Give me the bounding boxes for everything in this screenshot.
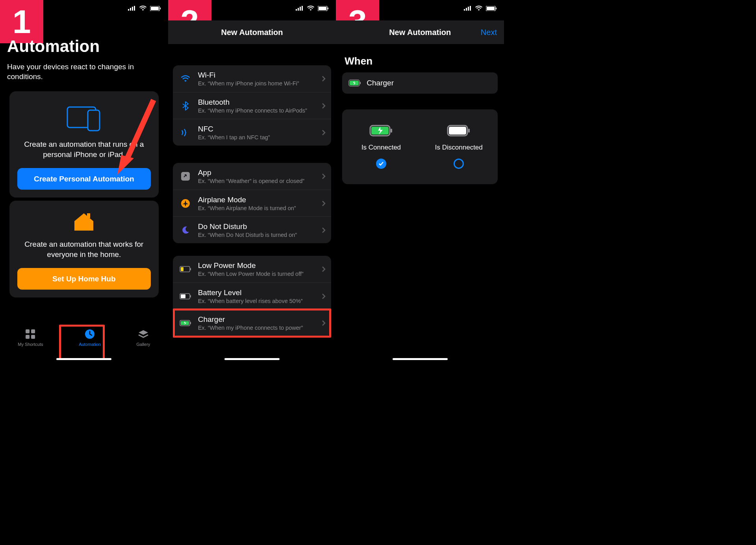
home-indicator[interactable] [224, 358, 280, 360]
svg-rect-6 [160, 7, 161, 9]
svg-rect-3 [134, 6, 135, 11]
chevron-right-icon [322, 103, 326, 109]
battery-icon [318, 6, 329, 11]
card-home-text: Create an automation that works for ever… [17, 239, 151, 259]
radio-unselected-icon [454, 159, 464, 169]
row-app[interactable]: AppEx. “When “Weather” is opened or clos… [173, 163, 332, 190]
svg-rect-13 [31, 329, 35, 333]
trigger-group-apps: AppEx. “When “Weather” is opened or clos… [173, 163, 332, 243]
wifi-icon [178, 75, 193, 82]
chevron-right-icon [322, 293, 326, 299]
airplane-icon [178, 199, 193, 208]
row-do-not-disturb[interactable]: Do Not DisturbEx. “When Do Not Disturb i… [173, 216, 332, 243]
svg-rect-17 [296, 9, 297, 11]
page-subtitle: Have your devices react to changes in co… [7, 62, 159, 81]
tab-my-shortcuts[interactable]: My Shortcuts [18, 329, 43, 347]
svg-rect-1 [130, 8, 131, 11]
option-label: Is Connected [361, 144, 401, 151]
card-home-automation: Create an automation that works for ever… [9, 201, 159, 297]
nfc-icon [178, 129, 193, 137]
create-personal-automation-button[interactable]: Create Personal Automation [17, 168, 151, 190]
row-wifi[interactable]: Wi-FiEx. “When my iPhone joins home Wi-F… [173, 65, 332, 92]
row-airplane-mode[interactable]: Airplane ModeEx. “When Airplane Mode is … [173, 190, 332, 216]
row-battery-level[interactable]: Battery LevelEx. “When battery level ris… [173, 283, 332, 309]
home-indicator[interactable] [393, 358, 448, 360]
row-nfc[interactable]: NFCEx. “When I tap an NFC tag” [173, 119, 332, 146]
svg-rect-35 [464, 9, 465, 11]
svg-rect-28 [190, 268, 191, 270]
chevron-right-icon [322, 266, 326, 272]
svg-rect-0 [128, 9, 129, 11]
svg-rect-20 [302, 6, 303, 11]
tab-label: My Shortcuts [18, 342, 43, 347]
status-bar [296, 6, 329, 11]
panel-2: 2 New Automation Wi-FiEx. “When my iPhon… [168, 0, 336, 363]
battery-charging-icon [369, 125, 393, 137]
trigger-group-connectivity: Wi-FiEx. “When my iPhone joins home Wi-F… [173, 65, 332, 146]
setup-home-hub-button[interactable]: Set Up Home Hub [17, 268, 151, 290]
battery-full-icon [447, 125, 471, 137]
chevron-right-icon [322, 173, 326, 179]
row-subtitle: Ex. “When “Weather” is opened or closed” [198, 178, 322, 184]
row-subtitle: Ex. “When battery level rises above 50%” [198, 298, 322, 304]
svg-rect-8 [88, 110, 100, 131]
option-is-connected[interactable]: Is Connected [342, 109, 420, 184]
row-subtitle: Ex. “When my iPhone joins home Wi-Fi” [198, 80, 322, 87]
svg-rect-50 [468, 129, 470, 133]
battery-level-icon [178, 293, 193, 299]
row-title: App [198, 168, 322, 177]
home-indicator[interactable] [56, 358, 111, 360]
nav-header: New Automation [168, 20, 336, 44]
next-button[interactable]: Next [481, 28, 497, 37]
row-subtitle: Ex. “When I tap an NFC tag” [198, 134, 322, 140]
tab-bar: My Shortcuts Automation Gallery [0, 325, 168, 363]
section-title-when: When [345, 55, 372, 67]
svg-rect-44 [360, 82, 361, 84]
chevron-right-icon [322, 76, 326, 82]
trigger-charger-pill[interactable]: Charger [342, 72, 498, 94]
svg-rect-38 [470, 6, 471, 11]
svg-rect-34 [190, 322, 191, 324]
svg-rect-27 [181, 267, 183, 271]
wifi-icon [139, 6, 147, 11]
trigger-label: Charger [367, 79, 394, 87]
tab-gallery[interactable]: Gallery [136, 329, 150, 347]
card-personal-automation: Create an automation that runs on a pers… [9, 91, 159, 198]
svg-rect-22 [319, 7, 326, 10]
charger-options: Is Connected Is Disconnected [342, 109, 498, 184]
chevron-right-icon [322, 227, 326, 233]
app-icon [178, 172, 193, 181]
trigger-group-power: Low Power ModeEx. “When Low Power Mode i… [173, 256, 332, 336]
row-subtitle: Ex. “When Low Power Mode is turned off” [198, 271, 322, 277]
row-title: Do Not Disturb [198, 222, 322, 231]
svg-rect-31 [190, 295, 191, 297]
chevron-right-icon [322, 129, 326, 136]
bluetooth-icon [178, 101, 193, 111]
svg-rect-36 [466, 8, 467, 11]
row-subtitle: Ex. “When Do Not Disturb is turned on” [198, 232, 322, 238]
nav-header: New Automation Next [336, 20, 504, 44]
row-title: Low Power Mode [198, 261, 322, 270]
battery-icon [486, 6, 497, 11]
svg-rect-37 [468, 7, 469, 11]
option-is-disconnected[interactable]: Is Disconnected [420, 109, 498, 184]
row-subtitle: Ex. “When Airplane Mode is turned on” [198, 205, 322, 211]
panel-1: 1 Automation Have your devices react to … [0, 0, 168, 363]
stack-icon [138, 329, 149, 340]
tab-label: Automation [79, 342, 101, 347]
tab-automation[interactable]: Automation [79, 329, 101, 347]
home-icon [73, 212, 95, 232]
charger-icon [348, 79, 361, 87]
svg-rect-23 [328, 7, 328, 9]
charger-icon [178, 320, 193, 326]
cellular-icon [128, 6, 136, 11]
cellular-icon [296, 6, 304, 11]
nav-title: New Automation [221, 28, 283, 37]
nav-title: New Automation [389, 28, 451, 37]
row-low-power-mode[interactable]: Low Power ModeEx. “When Low Power Mode i… [173, 256, 332, 283]
row-charger[interactable]: ChargerEx. “When my iPhone connects to p… [173, 309, 332, 336]
wifi-icon [307, 6, 315, 11]
panel-3: 3 New Automation Next When Charger Is Co… [336, 0, 504, 363]
row-title: Bluetooth [198, 98, 322, 107]
row-bluetooth[interactable]: BluetoothEx. “When my iPhone connects to… [173, 92, 332, 119]
